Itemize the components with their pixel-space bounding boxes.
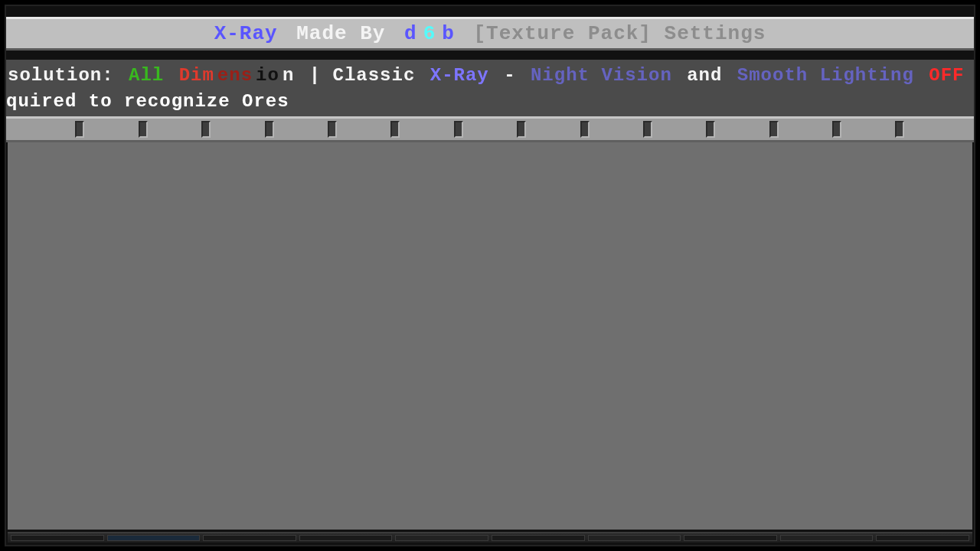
subtitle-token: X-Ray [429, 65, 491, 86]
toolbar-segment [684, 535, 777, 541]
subtitle-line-1: solution: All Dimension | Classic X-Ray … [6, 63, 974, 89]
subtitle-line-2: quired to recognize Ores [6, 89, 974, 115]
slider-tick[interactable] [139, 121, 148, 138]
slider-tick[interactable] [895, 121, 904, 138]
subtitle-token: All [127, 65, 178, 86]
subtitle-token: Night Vision [529, 65, 674, 86]
window-frame: X-Ray Made By d6b [Texture Pack] Setting… [5, 5, 975, 546]
title-text: X-Ray Made By d6b [Texture Pack] Setting… [211, 22, 769, 45]
title-token: Made By [281, 22, 401, 45]
content-area [8, 142, 972, 530]
subtitle-token: - [491, 65, 529, 86]
title-bar: X-Ray Made By d6b [Texture Pack] Setting… [6, 17, 974, 51]
slider-tick[interactable] [769, 121, 779, 138]
subtitle-token: ens [216, 65, 254, 86]
slider-tick[interactable] [832, 121, 841, 138]
toolbar-segment [203, 535, 296, 541]
toolbar-segment [492, 535, 585, 541]
toolbar-segment [395, 535, 488, 541]
slider-tick[interactable] [201, 121, 211, 138]
slider-tick[interactable] [328, 121, 337, 138]
toolbar-segment [588, 535, 681, 541]
subtitle-token: Dim [178, 65, 216, 86]
toolbar-segment [11, 535, 104, 541]
slider-tick[interactable] [390, 121, 400, 138]
slider-tick[interactable] [706, 121, 715, 138]
title-token: X-Ray [211, 22, 281, 45]
subtitle-token: Smooth Lighting [736, 65, 916, 86]
slider-tick[interactable] [517, 121, 526, 138]
slider-tick[interactable] [454, 121, 463, 138]
subtitle-token: solution: [6, 65, 127, 86]
toolbar-segment [299, 535, 393, 541]
toolbar-segment [107, 535, 201, 541]
title-token: d [401, 22, 420, 45]
title-token: [Texture Pack] Settings [458, 22, 769, 45]
slider-track[interactable] [6, 116, 974, 142]
subtitle-token: | Classic [296, 65, 428, 86]
subtitle-token: io [254, 65, 281, 86]
toolbar-segment [780, 535, 874, 541]
subtitle-token: and [674, 65, 736, 86]
slider-tick[interactable] [580, 121, 590, 138]
subtitle-token: n [281, 65, 296, 86]
subtitle-token: OFF [916, 65, 966, 86]
bottom-toolbar [8, 532, 972, 543]
slider-tick[interactable] [643, 121, 652, 138]
title-token: 6 [420, 22, 439, 45]
title-token: b [439, 22, 458, 45]
slider-tick[interactable] [75, 121, 84, 138]
subtitle-panel: solution: All Dimension | Classic X-Ray … [6, 60, 974, 116]
slider-tick[interactable] [265, 121, 274, 138]
toolbar-segment [876, 535, 969, 541]
